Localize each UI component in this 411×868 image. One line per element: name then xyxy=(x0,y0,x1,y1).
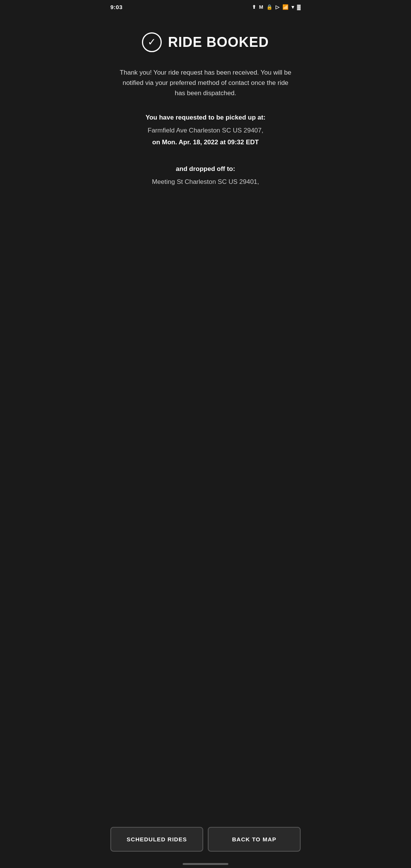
status-time: 9:03 xyxy=(110,4,123,10)
pickup-label: You have requested to be picked up at: xyxy=(114,114,297,121)
gmail-icon: M xyxy=(259,4,263,10)
check-mark: ✓ xyxy=(148,37,156,47)
home-indicator xyxy=(183,863,228,865)
pickup-address: Farmfield Ave Charleston SC US 29407, xyxy=(114,126,297,135)
pickup-section: You have requested to be picked up at: F… xyxy=(114,114,297,162)
back-to-map-button[interactable]: BACK TO MAP xyxy=(208,827,301,852)
page-title: RIDE BOOKED xyxy=(168,34,269,50)
dropoff-address: Meeting St Charleston SC US 29401, xyxy=(114,177,297,187)
success-header: ✓ RIDE BOOKED xyxy=(142,32,269,52)
check-circle-icon: ✓ xyxy=(142,32,162,52)
wifi-icon: ▾ xyxy=(292,4,294,10)
dropoff-label: and dropped off to: xyxy=(114,165,297,173)
signal-icon: 📶 xyxy=(282,4,288,10)
status-right-icons: ⬆ M 🔒 ▷ 📶 ▾ ▓ xyxy=(252,4,301,10)
bottom-buttons: SCHEDULED RIDES BACK TO MAP xyxy=(103,821,308,863)
dropoff-section: and dropped off to: Meeting St Charlesto… xyxy=(114,165,297,187)
scheduled-rides-button[interactable]: SCHEDULED RIDES xyxy=(110,827,203,852)
status-bar: 9:03 ⬆ M 🔒 ▷ 📶 ▾ ▓ xyxy=(103,0,308,13)
battery-icon: ▓ xyxy=(297,4,301,10)
main-content: ✓ RIDE BOOKED Thank you! Your ride reque… xyxy=(103,13,308,821)
security-icon: 🔒 xyxy=(266,4,272,10)
thank-you-message: Thank you! Your ride request has been re… xyxy=(114,67,297,99)
pickup-time: on Mon. Apr. 18, 2022 at 09:32 EDT xyxy=(114,139,297,146)
play-icon: ▷ xyxy=(276,4,279,10)
upload-icon: ⬆ xyxy=(252,4,256,10)
